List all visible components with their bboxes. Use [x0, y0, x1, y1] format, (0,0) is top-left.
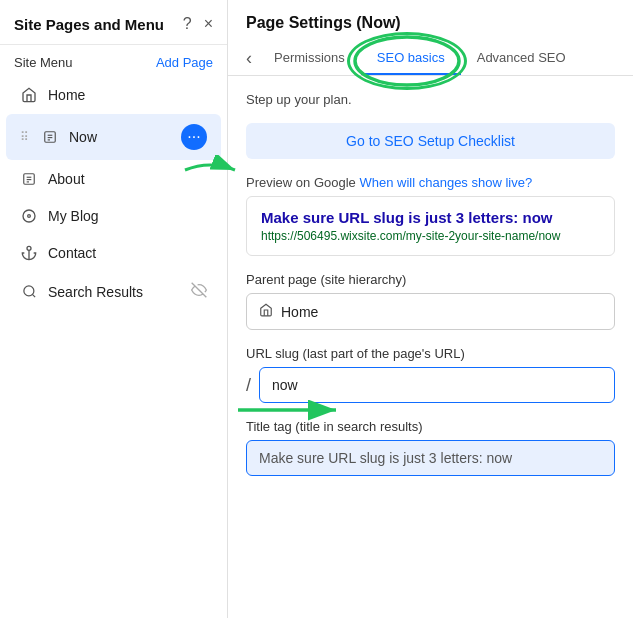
blog-icon [20, 208, 38, 224]
home-icon [20, 87, 38, 103]
sidebar-item-about[interactable]: About [6, 161, 221, 197]
sidebar-item-search-results[interactable]: Search Results [6, 272, 221, 311]
svg-line-13 [32, 294, 35, 297]
google-preview-url: https://506495.wixsite.com/my-site-2your… [261, 229, 600, 243]
google-preview-title: Make sure URL slug is just 3 letters: no… [261, 209, 600, 226]
sidebar-item-label-blog: My Blog [48, 208, 207, 224]
nav-list: Home ⠿ Now ··· About My Blog [0, 76, 227, 618]
parent-page-value: Home [281, 304, 318, 320]
preview-section: Preview on Google When will changes show… [246, 175, 615, 256]
sidebar-item-label-now: Now [69, 129, 171, 145]
svg-point-9 [23, 210, 35, 222]
tab-back-button[interactable]: ‹ [246, 44, 258, 73]
google-preview-box: Make sure URL slug is just 3 letters: no… [246, 196, 615, 256]
title-tag-label: Title tag (title in search results) [246, 419, 615, 434]
left-header: Site Pages and Menu ? × [0, 0, 227, 45]
tab-advanced-seo[interactable]: Advanced SEO [461, 42, 582, 75]
right-wrapper: Page Settings (Now) ‹ Permissions SEO ba… [228, 0, 633, 618]
close-button[interactable]: × [202, 14, 215, 34]
drag-handle-icon: ⠿ [20, 130, 29, 144]
left-panel: Site Pages and Menu ? × Site Menu Add Pa… [0, 0, 228, 618]
right-panel: Page Settings (Now) ‹ Permissions SEO ba… [228, 0, 633, 618]
svg-point-8 [28, 215, 31, 218]
sidebar-item-label-about: About [48, 171, 207, 187]
sidebar-item-contact[interactable]: Contact [6, 235, 221, 271]
sidebar-item-label-contact: Contact [48, 245, 207, 261]
preview-label: Preview on Google When will changes show… [246, 175, 615, 190]
anchor-icon [20, 245, 38, 261]
sidebar-item-label-home: Home [48, 87, 207, 103]
header-icons: ? × [181, 14, 215, 34]
url-slug-row: / [246, 367, 615, 403]
page-icon-now [41, 129, 59, 145]
site-menu-label: Site Menu [14, 55, 73, 70]
parent-page-label: Parent page (site hierarchy) [246, 272, 615, 287]
url-slash-symbol: / [246, 375, 251, 396]
svg-point-12 [23, 286, 33, 296]
url-slug-group: URL slug (last part of the page's URL) / [246, 346, 615, 403]
seo-checklist-button[interactable]: Go to SEO Setup Checklist [246, 123, 615, 159]
hidden-icon [191, 282, 207, 301]
sidebar-item-home[interactable]: Home [6, 77, 221, 113]
url-slug-input[interactable] [259, 367, 615, 403]
add-page-button[interactable]: Add Page [156, 55, 213, 70]
sidebar-item-label-search-results: Search Results [48, 284, 181, 300]
nav-options-button[interactable]: ··· [181, 124, 207, 150]
title-tag-input[interactable] [246, 440, 615, 476]
sidebar-item-my-blog[interactable]: My Blog [6, 198, 221, 234]
panel-title: Site Pages and Menu [14, 16, 164, 33]
parent-page-input[interactable]: Home [246, 293, 615, 330]
plan-note: Step up your plan. [246, 92, 615, 107]
page-icon-about [20, 171, 38, 187]
parent-page-group: Parent page (site hierarchy) Home [246, 272, 615, 330]
url-slug-label: URL slug (last part of the page's URL) [246, 346, 615, 361]
svg-point-10 [27, 246, 31, 250]
preview-link[interactable]: When will changes show live? [359, 175, 532, 190]
title-tag-group: Title tag (title in search results) [246, 419, 615, 476]
right-content: Step up your plan. Go to SEO Setup Check… [228, 76, 633, 492]
right-header: Page Settings (Now) ‹ Permissions SEO ba… [228, 0, 633, 76]
site-menu-row: Site Menu Add Page [0, 45, 227, 76]
tab-seo-basics[interactable]: SEO basics [361, 42, 461, 75]
tab-permissions[interactable]: Permissions [258, 42, 361, 75]
sidebar-item-now[interactable]: ⠿ Now ··· [6, 114, 221, 160]
parent-home-icon [259, 303, 273, 320]
page-settings-title: Page Settings (Now) [246, 14, 615, 32]
help-button[interactable]: ? [181, 14, 194, 34]
tabs-row: ‹ Permissions SEO basics Advanced SEO [246, 42, 615, 75]
search-icon [20, 284, 38, 299]
